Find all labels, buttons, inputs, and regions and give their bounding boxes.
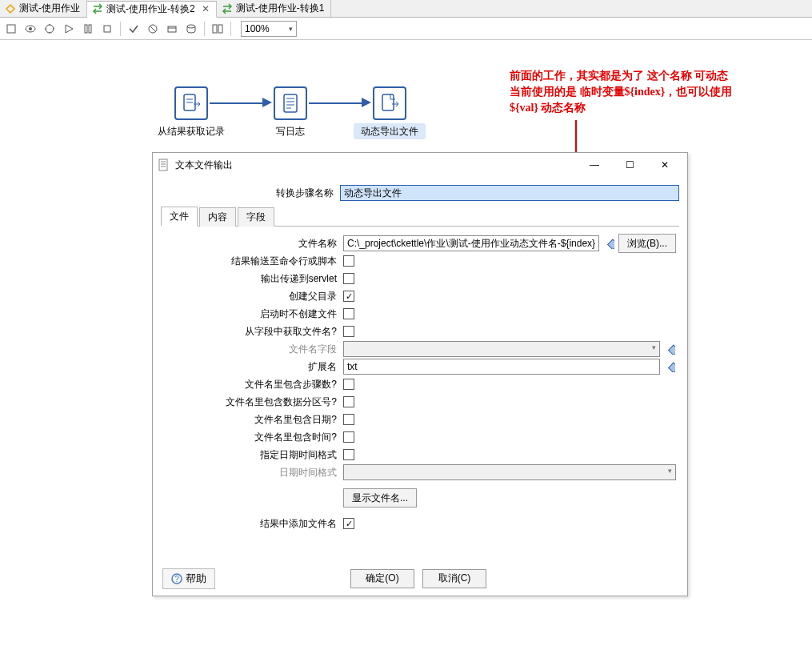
document-icon: [280, 93, 301, 114]
step-name-input[interactable]: [340, 185, 679, 201]
flow-arrow: [210, 102, 264, 104]
pause-icon[interactable]: [80, 21, 96, 37]
dialog-tabs: 文件 内容 字段: [161, 209, 679, 227]
help-icon: ?: [171, 573, 182, 584]
inc-time-checkbox[interactable]: [343, 431, 354, 443]
chevron-down-icon: ▾: [289, 25, 293, 33]
variable-icon[interactable]: [663, 343, 676, 355]
help-button[interactable]: ? 帮助: [162, 568, 215, 589]
svg-rect-20: [669, 363, 675, 372]
tab-file[interactable]: 文件: [161, 207, 198, 227]
create-parent-checkbox[interactable]: [343, 291, 354, 302]
node-log[interactable]: 写日志: [274, 86, 307, 120]
filename-field-select: ▾: [343, 341, 660, 357]
dialog-text-file-output: 文本文件输出 — ☐ ✕ 转换步骤名称 文件 内容 字段 文件名称 浏览(B).…: [152, 152, 688, 596]
node-get-records[interactable]: 从结果获取记录: [174, 86, 208, 120]
explore-db-icon[interactable]: [183, 21, 199, 37]
minimize-button[interactable]: —: [577, 154, 612, 176]
add-to-result-label: 结果中添加文件名: [164, 517, 343, 531]
variable-icon[interactable]: [602, 237, 615, 250]
editor-tabs: 测试-使用作业 测试-使用作业-转换2 ✕ 测试-使用作业-转换1: [0, 0, 812, 18]
no-create-start-label: 启动时不创建文件: [164, 307, 343, 321]
run-icon[interactable]: [3, 21, 19, 37]
dt-format-select: ▾: [343, 464, 676, 480]
filename-label: 文件名称: [164, 237, 343, 251]
step-name-label: 转换步骤名称: [161, 187, 340, 200]
job-icon: [5, 3, 16, 14]
zoom-value: 100%: [245, 23, 270, 34]
inc-partition-label: 文件名里包含数据分区号?: [164, 395, 343, 409]
specify-dt-checkbox[interactable]: [343, 449, 354, 460]
filename-input[interactable]: [343, 235, 599, 251]
dt-format-label: 日期时间格式: [164, 466, 343, 479]
svg-rect-11: [218, 25, 222, 33]
svg-rect-14: [382, 94, 394, 110]
svg-rect-13: [284, 94, 297, 112]
svg-rect-5: [89, 25, 91, 33]
transformation-icon: [92, 3, 103, 14]
zoom-dropdown[interactable]: 100% ▾: [241, 21, 297, 37]
variable-icon[interactable]: [663, 360, 676, 373]
dialog-titlebar[interactable]: 文本文件输出 — ☐ ✕: [153, 153, 687, 177]
file-icon: [158, 158, 170, 171]
inc-date-checkbox[interactable]: [343, 414, 354, 425]
arrow-head-icon: [262, 98, 272, 107]
debug-icon[interactable]: [42, 21, 58, 37]
to-servlet-checkbox[interactable]: [343, 273, 354, 284]
ext-label: 扩展名: [164, 360, 343, 374]
close-button[interactable]: ✕: [647, 154, 682, 176]
from-field-checkbox[interactable]: [343, 326, 354, 337]
file-tab-panel: 文件名称 浏览(B)... 结果输送至命令行或脚本 输出传递到servlet 创…: [161, 227, 679, 560]
svg-rect-0: [7, 25, 15, 33]
verify-icon[interactable]: [126, 21, 142, 37]
svg-rect-10: [213, 25, 217, 33]
chevron-down-icon: ▾: [668, 467, 672, 475]
annotation-text: 前面的工作，其实都是为了 这个名称 可动态 当前使用的是 临时变量${index…: [510, 68, 732, 116]
play-icon[interactable]: [61, 21, 77, 37]
create-parent-label: 创建父目录: [164, 290, 343, 303]
inc-date-label: 文件名里包含日期?: [164, 413, 343, 427]
svg-rect-8: [168, 26, 176, 32]
stop-icon[interactable]: [99, 21, 115, 37]
no-create-start-checkbox[interactable]: [343, 308, 354, 319]
node-export[interactable]: 动态导出文件: [373, 86, 406, 120]
close-icon[interactable]: ✕: [202, 3, 210, 14]
ok-button[interactable]: 确定(O): [350, 569, 414, 588]
inc-partition-checkbox[interactable]: [343, 396, 354, 407]
tab-job[interactable]: 测试-使用作业: [0, 0, 87, 17]
svg-rect-17: [159, 159, 167, 171]
tab-fields[interactable]: 字段: [238, 207, 274, 227]
tab-trans-2[interactable]: 测试-使用作业-转换2 ✕: [87, 1, 217, 18]
impact-icon[interactable]: [145, 21, 161, 37]
from-field-label: 从字段中获取文件名?: [164, 325, 343, 339]
maximize-button[interactable]: ☐: [612, 154, 647, 176]
browse-button[interactable]: 浏览(B)...: [618, 234, 676, 253]
show-results-icon[interactable]: [210, 21, 226, 37]
dialog-title: 文本文件输出: [175, 158, 233, 172]
file-arrow-icon: [181, 93, 202, 114]
tab-content[interactable]: 内容: [199, 207, 236, 227]
toolbar: 100% ▾: [0, 18, 812, 40]
transformation-icon: [222, 3, 233, 14]
svg-rect-4: [85, 25, 87, 33]
to-cmd-label: 结果输送至命令行或脚本: [164, 255, 343, 268]
show-filename-button[interactable]: 显示文件名...: [343, 488, 417, 508]
preview-icon[interactable]: [22, 21, 38, 37]
cancel-button[interactable]: 取消(C): [422, 569, 486, 588]
chevron-down-icon: ▾: [652, 343, 656, 351]
inc-step-label: 文件名里包含步骤数?: [164, 378, 343, 391]
to-cmd-checkbox[interactable]: [343, 255, 354, 267]
tab-trans-1[interactable]: 测试-使用作业-转换1: [217, 0, 332, 17]
tab-label: 测试-使用作业: [19, 2, 80, 15]
separator: [230, 22, 231, 36]
sql-icon[interactable]: [164, 21, 180, 37]
tab-label: 测试-使用作业-转换1: [236, 2, 325, 15]
file-export-icon: [379, 93, 400, 114]
node-label: 从结果获取记录: [158, 125, 225, 138]
add-to-result-checkbox[interactable]: [343, 518, 354, 529]
node-label: 动态导出文件: [361, 125, 418, 138]
ext-input[interactable]: [343, 359, 660, 375]
separator: [120, 22, 121, 36]
inc-step-checkbox[interactable]: [343, 379, 354, 390]
flow-arrow: [309, 102, 363, 104]
